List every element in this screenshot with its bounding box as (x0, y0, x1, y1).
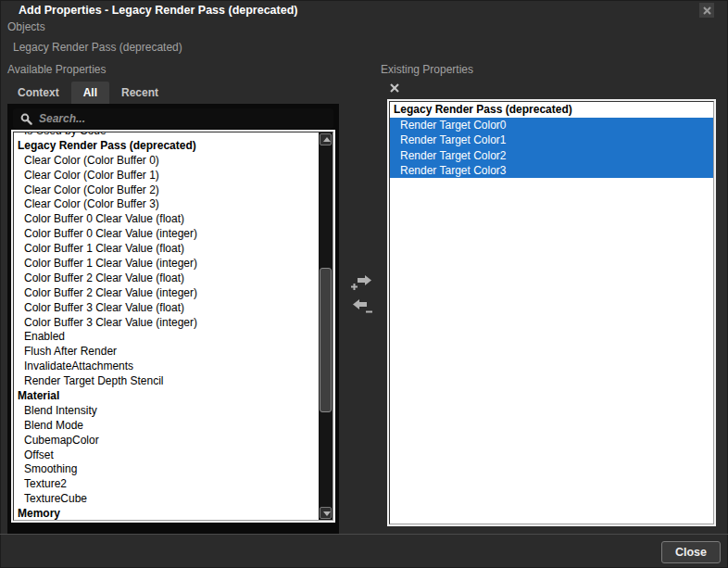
list-item[interactable]: Color Buffer 0 Clear Value (float) (14, 212, 318, 227)
close-button[interactable]: Close (661, 541, 721, 563)
search-icon (20, 113, 32, 125)
list-item[interactable]: Color Buffer 1 Clear Value (float) (14, 242, 318, 257)
available-properties-label: Available Properties (7, 63, 107, 76)
footer-divider (0, 534, 728, 535)
close-icon (703, 6, 711, 15)
triangle-up-icon (323, 137, 331, 142)
list-item[interactable]: Render Target Color0 (390, 118, 713, 133)
remove-selected-button[interactable] (388, 82, 401, 95)
list-item[interactable]: Is Used by Code (14, 132, 318, 139)
remove-property-arrow-button[interactable] (350, 297, 374, 317)
scroll-down-button[interactable] (320, 507, 332, 519)
triangle-down-icon (323, 511, 331, 516)
list-item[interactable]: Memory (14, 507, 318, 521)
list-item[interactable]: Legacy Render Pass (deprecated) (14, 139, 318, 154)
tab[interactable]: All (71, 82, 109, 104)
list-item[interactable]: Material (14, 389, 318, 404)
add-property-button[interactable] (350, 272, 374, 293)
list-item[interactable]: Clear Color (Color Buffer 1) (14, 169, 318, 183)
scroll-up-button[interactable] (320, 133, 332, 145)
scrollbar-thumb[interactable] (320, 268, 332, 412)
list-item[interactable]: Texture2 (14, 477, 318, 492)
add-properties-dialog: Add Properties - Legacy Render Pass (dep… (0, 0, 728, 568)
list-item[interactable]: Clear Color (Color Buffer 0) (14, 154, 318, 169)
search-input[interactable]: Search... (13, 108, 333, 129)
existing-properties-label: Existing Properties (381, 63, 473, 76)
arrow-right-plus-icon (350, 272, 374, 293)
list-item[interactable]: Render Target Color2 (390, 148, 713, 163)
available-properties-panel: Search... Is Used by CodeLegacy Render P… (7, 104, 339, 535)
list-item[interactable]: InvalidateAttachments (14, 360, 318, 374)
arrow-left-minus-icon (350, 297, 374, 317)
window-close-button[interactable] (699, 3, 714, 18)
list-item[interactable]: Color Buffer 3 Clear Value (float) (14, 301, 318, 316)
list-item[interactable]: CubemapColor (14, 434, 318, 448)
list-item[interactable]: Clear Color (Color Buffer 2) (14, 183, 318, 198)
search-placeholder: Search... (39, 112, 85, 125)
list-item[interactable]: Color Buffer 2 Clear Value (float) (14, 271, 318, 286)
list-item[interactable]: Color Buffer 1 Clear Value (integer) (14, 257, 318, 271)
objects-label: Objects (7, 20, 45, 33)
list-item[interactable]: Blend Mode (14, 419, 318, 434)
existing-group-header: Legacy Render Pass (deprecated) (390, 102, 713, 118)
list-item[interactable]: Color Buffer 3 Clear Value (integer) (14, 316, 318, 331)
list-item[interactable]: Offset (14, 448, 318, 463)
selected-object-name: Legacy Render Pass (deprecated) (13, 41, 182, 54)
list-item[interactable]: Flush After Render (14, 345, 318, 360)
tab[interactable]: Recent (109, 82, 170, 104)
available-properties-list: Is Used by CodeLegacy Render Pass (depre… (11, 130, 335, 523)
window-title: Add Properties - Legacy Render Pass (dep… (19, 4, 297, 17)
x-icon (390, 83, 399, 93)
list-item[interactable]: Render Target Color1 (390, 133, 713, 147)
tab[interactable]: Context (6, 82, 71, 104)
list-item[interactable]: TextureCube (14, 492, 318, 507)
list-item[interactable]: Render Target Color3 (390, 163, 713, 178)
list-item[interactable]: Enabled (14, 330, 318, 345)
available-tabs: ContextAllRecent (6, 82, 170, 104)
list-item[interactable]: Color Buffer 0 Clear Value (integer) (14, 227, 318, 242)
list-item[interactable]: Color Buffer 2 Clear Value (integer) (14, 286, 318, 301)
list-item[interactable]: Render Target Depth Stencil (14, 374, 318, 389)
scrollbar[interactable] (319, 133, 333, 520)
existing-properties-list: Legacy Render Pass (deprecated) Render T… (387, 99, 716, 526)
list-item[interactable]: Clear Color (Color Buffer 3) (14, 197, 318, 212)
list-item[interactable]: Blend Intensity (14, 404, 318, 419)
list-item[interactable]: Smoothing (14, 462, 318, 477)
